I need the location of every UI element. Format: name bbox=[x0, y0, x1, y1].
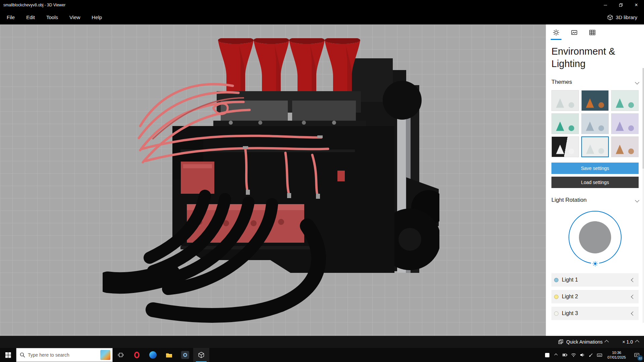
theme-thumbnail-8-selected[interactable] bbox=[581, 136, 609, 157]
cube-icon bbox=[607, 14, 613, 20]
app-button[interactable] bbox=[177, 348, 193, 362]
light-rotation-section-header[interactable]: Light Rotation bbox=[551, 197, 639, 203]
theme-thumbnail-7[interactable] bbox=[551, 136, 579, 157]
light-rotation-label: Light Rotation bbox=[551, 197, 587, 203]
theme-sphere bbox=[598, 148, 604, 154]
menu-view[interactable]: View bbox=[64, 10, 86, 24]
battery-button[interactable] bbox=[560, 348, 569, 362]
light-1-row[interactable]: Light 1 bbox=[551, 273, 639, 287]
menu-help[interactable]: Help bbox=[86, 10, 108, 24]
search-highlight-icon[interactable] bbox=[100, 350, 110, 360]
close-icon: × bbox=[635, 2, 638, 8]
light-rotation-knob[interactable] bbox=[579, 221, 611, 253]
theme-thumbnail-9[interactable] bbox=[611, 136, 639, 157]
3d-library-label: 3D library bbox=[616, 14, 637, 20]
light-1-color-dot bbox=[554, 278, 558, 282]
menu-file[interactable]: File bbox=[0, 10, 20, 24]
task-view-button[interactable] bbox=[113, 348, 129, 362]
tab-environment-lighting[interactable] bbox=[551, 28, 561, 40]
theme-thumbnail-4[interactable] bbox=[551, 113, 579, 134]
chevron-left-icon bbox=[631, 311, 635, 316]
start-button[interactable] bbox=[0, 348, 16, 362]
taskbar-clock[interactable]: 10:36 07/01/2025 bbox=[604, 350, 629, 360]
scale-value: × 1.0 bbox=[622, 339, 633, 345]
chevron-up-icon bbox=[605, 340, 609, 344]
chevron-up-icon bbox=[554, 353, 558, 357]
menu-tools[interactable]: Tools bbox=[41, 10, 64, 24]
theme-cone bbox=[616, 99, 624, 108]
minimize-button[interactable] bbox=[598, 0, 613, 10]
restore-button[interactable] bbox=[613, 0, 629, 10]
clock-date: 07/01/2025 bbox=[607, 355, 626, 360]
theme-cone bbox=[586, 144, 594, 154]
theme-thumbnail-5[interactable] bbox=[581, 113, 609, 134]
themes-label: Themes bbox=[551, 79, 572, 85]
taskbar: 10:36 07/01/2025 22 bbox=[0, 348, 644, 362]
tray-app-icon bbox=[545, 353, 549, 357]
panel-tabs bbox=[551, 24, 639, 40]
opera-button[interactable] bbox=[129, 348, 145, 362]
system-tray: 10:36 07/01/2025 22 bbox=[543, 348, 644, 362]
titlebar: smallblockchevyv8.obj - 3D Viewer × bbox=[0, 0, 644, 10]
grid-icon bbox=[589, 29, 596, 36]
theme-thumbnail-1[interactable] bbox=[551, 90, 579, 111]
sun-marker-icon[interactable]: ☀ bbox=[591, 260, 599, 268]
viewport[interactable] bbox=[0, 24, 546, 336]
velocity-stacks bbox=[218, 38, 360, 93]
taskbar-search-input[interactable] bbox=[28, 352, 98, 358]
scrollbar-thumb[interactable] bbox=[643, 68, 644, 169]
theme-cone bbox=[616, 145, 624, 154]
network-button[interactable] bbox=[569, 348, 578, 362]
tray-app-button[interactable] bbox=[543, 348, 552, 362]
environment-lighting-panel: Environment & Lighting Themes Save setti… bbox=[546, 24, 644, 336]
quick-animations-control[interactable]: Quick Animations bbox=[558, 339, 608, 345]
quick-animations-label: Quick Animations bbox=[566, 339, 602, 345]
tab-grid[interactable] bbox=[588, 28, 597, 40]
wifi-icon bbox=[571, 352, 576, 358]
close-button[interactable]: × bbox=[629, 0, 644, 10]
clock-time: 10:36 bbox=[607, 350, 626, 355]
3d-library-button[interactable]: 3D library bbox=[600, 10, 644, 24]
themes-section-header[interactable]: Themes bbox=[551, 79, 639, 85]
pen-button[interactable] bbox=[587, 348, 595, 362]
theme-thumbnail-6[interactable] bbox=[611, 113, 639, 134]
opera-icon bbox=[134, 352, 140, 358]
task-view-icon bbox=[118, 352, 124, 358]
tab-display[interactable] bbox=[570, 28, 579, 40]
edge-button[interactable] bbox=[145, 348, 161, 362]
light-2-color-dot bbox=[554, 295, 558, 299]
menubar: File Edit Tools View Help 3D library bbox=[0, 10, 644, 24]
theme-sphere bbox=[569, 125, 574, 131]
light-3-row[interactable]: Light 3 bbox=[551, 307, 639, 320]
file-explorer-button[interactable] bbox=[161, 348, 177, 362]
window-title: smallblockchevyv8.obj - 3D Viewer bbox=[0, 3, 598, 7]
battery-icon bbox=[562, 352, 568, 358]
taskbar-search[interactable] bbox=[16, 348, 113, 362]
scale-control[interactable]: × 1.0 bbox=[622, 339, 639, 345]
light-2-row[interactable]: Light 2 bbox=[551, 290, 639, 303]
sun-icon bbox=[553, 29, 559, 36]
touch-keyboard-button[interactable] bbox=[595, 348, 604, 362]
panel-scrollbar[interactable] bbox=[643, 68, 644, 323]
edge-icon bbox=[149, 351, 157, 359]
menu-edit[interactable]: Edit bbox=[20, 10, 41, 24]
theme-sphere bbox=[598, 125, 604, 131]
3d-viewer-taskbar-button[interactable] bbox=[193, 348, 209, 362]
theme-thumbnail-2[interactable] bbox=[581, 90, 609, 111]
theme-cone bbox=[616, 122, 624, 131]
action-center-button[interactable]: 22 bbox=[629, 348, 644, 362]
chevron-left-icon bbox=[631, 295, 635, 299]
light-2-label: Light 2 bbox=[562, 294, 578, 300]
light-rotation-dial-wrap: ☀ bbox=[551, 211, 639, 264]
volume-button[interactable] bbox=[578, 348, 587, 362]
3d-viewer-window: smallblockchevyv8.obj - 3D Viewer × File… bbox=[0, 0, 644, 362]
chevron-down-icon bbox=[635, 80, 639, 84]
save-settings-button[interactable]: Save settings bbox=[551, 163, 639, 174]
light-rotation-dial[interactable]: ☀ bbox=[569, 211, 622, 264]
gear-app-icon bbox=[181, 351, 189, 359]
load-settings-button[interactable]: Load settings bbox=[551, 177, 639, 188]
show-hidden-icons-button[interactable] bbox=[552, 348, 560, 362]
theme-sphere bbox=[628, 102, 634, 108]
engine-model[interactable] bbox=[103, 38, 439, 324]
theme-thumbnail-3[interactable] bbox=[611, 90, 639, 111]
